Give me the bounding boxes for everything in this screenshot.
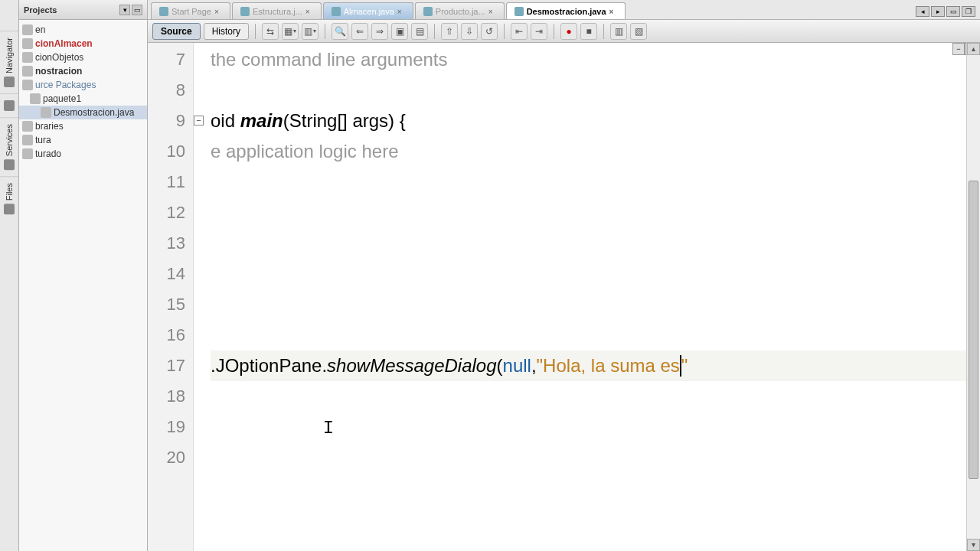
close-tab-button[interactable]: × bbox=[488, 8, 496, 15]
tree-item-label: en bbox=[35, 24, 45, 35]
line-number[interactable]: 13 bbox=[148, 228, 193, 259]
line-number[interactable]: 7 bbox=[148, 44, 193, 75]
close-tab-button[interactable]: × bbox=[214, 8, 222, 15]
code-line[interactable]: the command line arguments bbox=[211, 44, 980, 75]
prev-button[interactable]: ⇐ bbox=[351, 23, 368, 40]
close-tab-button[interactable]: × bbox=[305, 8, 313, 15]
tree-item[interactable]: tura bbox=[19, 133, 147, 147]
scrollbar-thumb[interactable] bbox=[969, 181, 978, 479]
find-button[interactable]: 🔍 bbox=[332, 23, 348, 40]
file-tab[interactable]: Start Page× bbox=[151, 2, 230, 19]
tree-item[interactable]: cionObjetos bbox=[19, 51, 147, 64]
record-macro-button[interactable]: ● bbox=[560, 23, 577, 40]
code-line[interactable]: oid main(String[] args) { bbox=[211, 106, 980, 136]
shift-left-button[interactable]: ⇤ bbox=[511, 23, 528, 40]
vertical-tab-bar: Navigator Services Files bbox=[0, 0, 19, 551]
tree-item-label: cionObjetos bbox=[35, 52, 83, 63]
shift-right-button[interactable]: ⇥ bbox=[531, 23, 547, 40]
vtab-files[interactable]: Files bbox=[0, 176, 18, 220]
line-number[interactable]: 20 bbox=[148, 442, 193, 473]
tree-node-icon bbox=[22, 135, 33, 145]
tree-item[interactable]: turado bbox=[19, 147, 147, 161]
history-tab[interactable]: History bbox=[204, 23, 249, 40]
line-number[interactable]: 19 bbox=[148, 412, 193, 442]
uncomment-button[interactable]: ▧ bbox=[630, 23, 647, 40]
code-body[interactable]: the command line arguments oid main(Stri… bbox=[194, 43, 980, 551]
tree-item[interactable]: en bbox=[19, 23, 147, 37]
code-line[interactable] bbox=[211, 259, 980, 289]
source-tab[interactable]: Source bbox=[152, 23, 201, 40]
tree-item-label: braries bbox=[35, 121, 64, 132]
code-line[interactable]: I bbox=[211, 412, 980, 442]
file-icon bbox=[514, 7, 524, 16]
tree-node-icon bbox=[22, 121, 33, 132]
tree-item[interactable]: braries bbox=[19, 119, 147, 133]
code-line[interactable] bbox=[211, 381, 980, 412]
scroll-up-button[interactable]: ▴ bbox=[967, 43, 980, 55]
file-tab-label: Estructura.j... bbox=[253, 7, 302, 16]
stop-macro-button[interactable]: ■ bbox=[580, 23, 597, 40]
file-icon bbox=[423, 7, 433, 16]
tree-item[interactable]: nostracion bbox=[19, 64, 147, 78]
line-number[interactable]: 9− bbox=[148, 106, 193, 136]
code-editor[interactable]: 789−1011121314151617181920 the command l… bbox=[148, 43, 980, 551]
tree-node-icon bbox=[22, 66, 33, 77]
comment-button[interactable]: ▥ bbox=[610, 23, 627, 40]
scroll-down-button[interactable]: ▾ bbox=[967, 539, 980, 551]
toolbar-button-3[interactable]: ▥ bbox=[302, 23, 318, 40]
toolbar-button-8[interactable]: ▤ bbox=[411, 23, 428, 40]
line-number[interactable]: 15 bbox=[148, 289, 193, 320]
maximize-button[interactable]: ▭ bbox=[946, 6, 960, 17]
toolbar-button-11[interactable]: ↺ bbox=[481, 23, 498, 40]
restore-button[interactable]: ❐ bbox=[962, 6, 975, 17]
code-line-current[interactable]: .JOptionPane.showMessageDialog(null,"Hol… bbox=[211, 350, 980, 381]
close-tab-button[interactable]: × bbox=[397, 8, 405, 15]
line-number[interactable]: 18 bbox=[148, 381, 193, 412]
code-line[interactable] bbox=[211, 442, 980, 473]
code-line[interactable] bbox=[211, 289, 980, 320]
tree-item[interactable]: paquete1 bbox=[19, 92, 147, 106]
code-line[interactable] bbox=[211, 320, 980, 350]
close-tab-button[interactable]: × bbox=[609, 8, 617, 15]
vertical-scrollbar[interactable]: ▴ ▾ bbox=[966, 43, 980, 551]
panel-minimize-button[interactable]: ▭ bbox=[132, 5, 142, 15]
file-tab[interactable]: Almacen.java× bbox=[323, 2, 413, 19]
line-number[interactable]: 14 bbox=[148, 259, 193, 289]
file-tab-label: Producto.ja... bbox=[436, 7, 485, 16]
scroll-tabs-right-button[interactable]: ▸ bbox=[931, 6, 945, 17]
generic-icon bbox=[4, 100, 15, 111]
code-line[interactable] bbox=[211, 228, 980, 259]
file-tab[interactable]: Desmostracion.java× bbox=[506, 2, 626, 19]
toolbar-button-1[interactable]: ⇆ bbox=[262, 23, 279, 40]
scroll-tabs-left-button[interactable]: ◂ bbox=[916, 6, 929, 17]
line-number[interactable]: 8 bbox=[148, 75, 193, 106]
line-number[interactable]: 16 bbox=[148, 320, 193, 350]
tree-item-label: Desmostracion.java bbox=[54, 107, 134, 118]
code-line[interactable]: e application logic here bbox=[211, 136, 980, 167]
tree-node-icon bbox=[22, 52, 33, 63]
tree-item[interactable]: Desmostracion.java bbox=[19, 106, 147, 119]
bookmark-down-button[interactable]: ⇩ bbox=[461, 23, 478, 40]
panel-menu-button[interactable]: ▾ bbox=[119, 5, 130, 15]
toolbar-button-2[interactable]: ▦ bbox=[282, 23, 299, 40]
window-controls: ◂ ▸ ▭ ❐ bbox=[916, 0, 977, 19]
vtab-unknown[interactable] bbox=[0, 93, 18, 117]
file-tab[interactable]: Producto.ja...× bbox=[415, 2, 505, 19]
highlight-button[interactable]: ▣ bbox=[391, 23, 408, 40]
vtab-services[interactable]: Services bbox=[0, 117, 18, 176]
tree-item[interactable]: cionAlmacen bbox=[19, 37, 147, 51]
line-number[interactable]: 10 bbox=[148, 136, 193, 167]
vtab-navigator[interactable]: Navigator bbox=[0, 31, 18, 93]
line-number[interactable]: 12 bbox=[148, 197, 193, 228]
bookmark-up-button[interactable]: ⇧ bbox=[441, 23, 458, 40]
line-number[interactable]: 17 bbox=[148, 350, 193, 381]
file-tab[interactable]: Estructura.j...× bbox=[232, 2, 322, 19]
code-line[interactable] bbox=[211, 75, 980, 106]
tree-item[interactable]: urce Packages bbox=[19, 78, 147, 92]
line-number[interactable]: 11 bbox=[148, 167, 193, 197]
next-button[interactable]: ⇒ bbox=[371, 23, 388, 40]
code-line[interactable] bbox=[211, 197, 980, 228]
tree-node-icon bbox=[22, 80, 33, 90]
file-icon bbox=[159, 7, 168, 16]
code-line[interactable] bbox=[211, 167, 980, 197]
